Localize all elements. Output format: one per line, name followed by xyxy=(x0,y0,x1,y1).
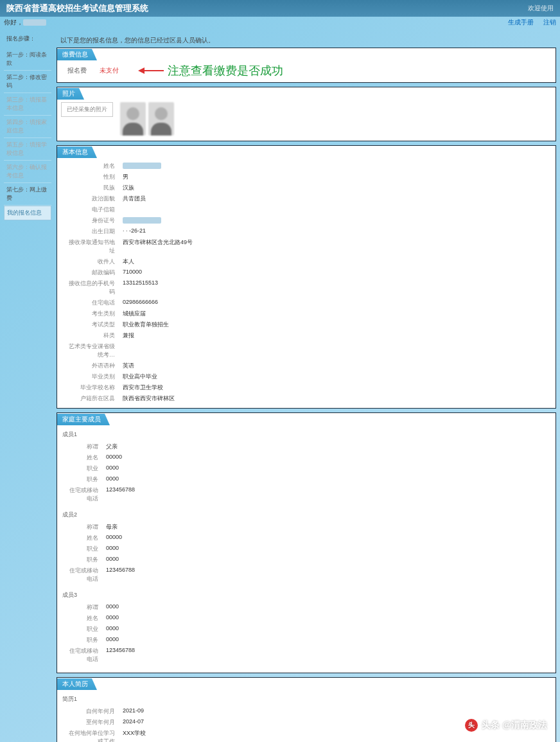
info-label: 姓名 xyxy=(61,161,119,172)
info-label: 职务 xyxy=(61,554,102,565)
info-label: 职务 xyxy=(61,474,102,485)
sidebar-step-3[interactable]: 第四步：填报家庭信息 xyxy=(4,116,51,138)
info-label: 接收录取通知书地址 xyxy=(61,237,119,256)
info-row: 职务0000 xyxy=(61,474,552,485)
info-value xyxy=(119,204,552,215)
info-value: 职业高中毕业 xyxy=(119,371,552,382)
panel-basic-title: 基本信息 xyxy=(57,146,97,158)
family-member: 成员3称谓0000姓名0000职业0000职务0000住宅或移动电话123456… xyxy=(61,588,552,665)
panel-photo: 照片 已经采集的照片 xyxy=(57,87,556,141)
info-row: 政治面貌共青团员 xyxy=(61,193,552,204)
app-header: 陕西省普通高校招生考试信息管理系统 欢迎使用 xyxy=(0,0,560,17)
info-row: 职业0000 xyxy=(61,624,552,635)
info-value: 0000 xyxy=(102,624,552,635)
member-title: 成员1 xyxy=(61,428,552,441)
info-value: 男 xyxy=(119,172,552,182)
info-label: 姓名 xyxy=(61,613,102,624)
info-label: 毕业学校名称 xyxy=(61,382,119,393)
info-value: 0000 xyxy=(102,463,552,474)
info-row: 住宅电话02986666666 xyxy=(61,297,552,308)
info-row: 姓名00000 xyxy=(61,452,552,463)
info-row: 姓名00000 xyxy=(61,533,552,543)
info-row: 职务0000 xyxy=(61,554,552,565)
info-row: 接收信息的手机号码13312515513 xyxy=(61,278,552,297)
info-label: 艺术类专业课省级统考… xyxy=(61,341,119,360)
info-value: 汉族 xyxy=(119,182,552,193)
info-value: 123456788 xyxy=(102,646,552,665)
sidebar-step-7[interactable]: 我的报名信息 xyxy=(4,206,51,220)
info-label: 科类 xyxy=(61,330,119,341)
info-row: 民族汉族 xyxy=(61,182,552,193)
info-label: 在何地何单位学习或工作 xyxy=(61,728,119,742)
fee-label: 报名费 xyxy=(61,66,93,75)
resume-title: 简历1 xyxy=(61,693,552,706)
info-value xyxy=(119,215,552,226)
manual-link[interactable]: 生成手册 xyxy=(508,19,534,26)
watermark-logo-icon: 头 xyxy=(465,719,478,732)
panel-fee-title: 缴费信息 xyxy=(57,49,97,60)
fee-status: 未支付 xyxy=(100,66,119,75)
info-label: 称谓 xyxy=(61,522,102,533)
annotation-arrow: 注意查看缴费是否成功 xyxy=(138,63,283,78)
info-row: 职业0000 xyxy=(61,543,552,554)
app-title: 陕西省普通高校招生考试信息管理系统 xyxy=(6,3,148,14)
info-row: 称谓父亲 xyxy=(61,441,552,452)
sidebar-label: 报名步骤： xyxy=(4,33,51,44)
info-value: 西安市碑林区含光北路49号 xyxy=(119,237,552,256)
info-label: 性别 xyxy=(61,172,119,182)
info-value: 母亲 xyxy=(102,522,552,533)
watermark: 头 头条 @渭南政法 xyxy=(465,719,547,732)
info-row: 考试类型职业教育单独招生 xyxy=(61,319,552,330)
sidebar: 报名步骤： 第一步：阅读条款第二步：修改密码第三步：填报基本信息第四步：填报家庭… xyxy=(4,33,51,742)
info-label: 至何年何月 xyxy=(61,717,119,728)
info-row: 职业0000 xyxy=(61,463,552,474)
panel-basic: 基本信息 姓名性别男民族汉族政治面貌共青团员电子信箱身份证号出生日期· · -2… xyxy=(57,145,556,409)
logout-link[interactable]: 注销 xyxy=(543,19,556,26)
info-row: 称谓母亲 xyxy=(61,522,552,533)
info-row: 住宅或移动电话123456788 xyxy=(61,485,552,504)
watermark-text: 头条 @渭南政法 xyxy=(482,720,547,731)
top-row: 你好， 生成手册 注销 xyxy=(0,17,560,30)
info-label: 出生日期 xyxy=(61,226,119,237)
sidebar-step-6[interactable]: 第七步：网上缴费 xyxy=(4,183,51,206)
info-value: 城镇应届 xyxy=(119,308,552,319)
info-row: 姓名 xyxy=(61,161,552,172)
info-row: 自何年何月2021-09 xyxy=(61,706,552,717)
info-row: 电子信箱 xyxy=(61,204,552,215)
sidebar-step-2[interactable]: 第三步：填报基本信息 xyxy=(4,93,51,116)
info-label: 住宅电话 xyxy=(61,297,119,308)
info-row: 科类兼报 xyxy=(61,330,552,341)
info-value: 02986666666 xyxy=(119,297,552,308)
member-title: 成员2 xyxy=(61,508,552,522)
info-value: 共青团员 xyxy=(119,193,552,204)
info-label: 毕业类别 xyxy=(61,371,119,382)
info-label: 称谓 xyxy=(61,441,102,452)
info-value: 0000 xyxy=(102,635,552,646)
info-label: 职业 xyxy=(61,624,102,635)
greeting: 你好， xyxy=(4,18,46,27)
family-member: 成员1称谓父亲姓名00000职业0000职务0000住宅或移动电话1234567… xyxy=(61,428,552,504)
info-row: 性别男 xyxy=(61,172,552,182)
info-label: 住宅或移动电话 xyxy=(61,485,102,504)
info-row: 户籍所在区县陕西省西安市碑林区 xyxy=(61,393,552,404)
info-value: 兼报 xyxy=(119,330,552,341)
sidebar-step-1[interactable]: 第二步：修改密码 xyxy=(4,71,51,93)
photo-1 xyxy=(120,102,146,136)
info-row: 邮政编码710000 xyxy=(61,267,552,278)
sidebar-step-4[interactable]: 第五步：填报学校信息 xyxy=(4,138,51,161)
member-title: 成员3 xyxy=(61,588,552,602)
info-value xyxy=(119,341,552,360)
info-label: 身份证号 xyxy=(61,215,119,226)
sidebar-step-5[interactable]: 第六步：确认报考信息 xyxy=(4,161,51,183)
info-value: 710000 xyxy=(119,267,552,278)
photo-2 xyxy=(148,102,174,136)
panel-fee: 缴费信息 报名费 未支付 注意查看缴费是否成功 xyxy=(57,48,556,83)
info-label: 外语语种 xyxy=(61,360,119,371)
panel-resume: 本人简历 简历1自何年何月2021-09至何年何月2024-07在何地何单位学习… xyxy=(57,677,556,742)
info-row: 收件人本人 xyxy=(61,256,552,267)
info-value: 西安市卫生学校 xyxy=(119,382,552,393)
info-label: 职业 xyxy=(61,463,102,474)
info-value xyxy=(119,161,552,172)
family-member: 成员2称谓母亲姓名00000职业0000职务0000住宅或移动电话1234567… xyxy=(61,508,552,585)
sidebar-step-0[interactable]: 第一步：阅读条款 xyxy=(4,48,51,71)
